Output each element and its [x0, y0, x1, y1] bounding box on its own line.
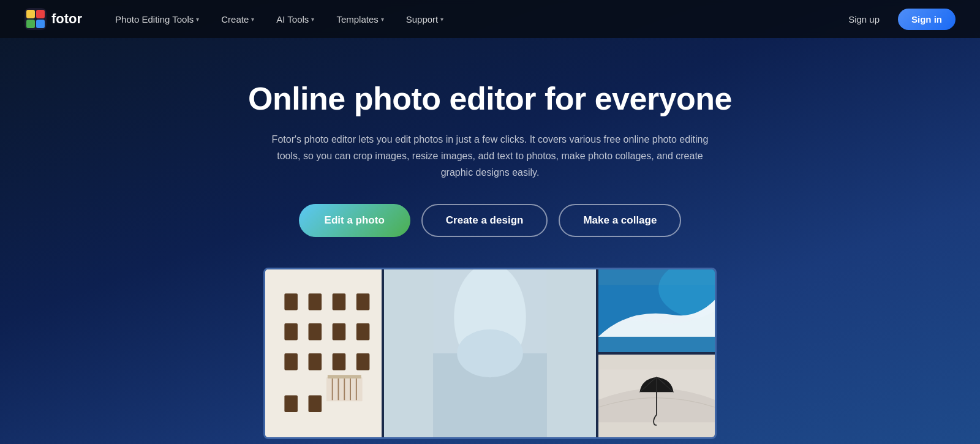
svg-rect-19 [328, 375, 361, 379]
svg-rect-11 [309, 323, 322, 340]
svg-rect-9 [356, 294, 370, 310]
svg-rect-25 [284, 396, 298, 412]
svg-rect-15 [309, 353, 322, 370]
svg-rect-3 [26, 20, 35, 28]
hero-title: Online photo editor for everyone [248, 81, 732, 118]
preview-photo-pool [598, 269, 715, 352]
svg-rect-14 [284, 353, 298, 370]
logo-text: fotor [51, 11, 82, 27]
svg-rect-13 [356, 323, 370, 340]
preview-photo-building [265, 269, 382, 437]
svg-rect-17 [356, 353, 370, 370]
nav-item-support[interactable]: Support ▾ [398, 9, 453, 29]
chevron-down-icon: ▾ [440, 16, 443, 23]
svg-rect-2 [36, 10, 45, 18]
svg-rect-26 [309, 396, 322, 412]
nav-item-create[interactable]: Create ▾ [213, 9, 263, 29]
svg-rect-10 [284, 323, 298, 340]
nav-item-ai-tools[interactable]: AI Tools ▾ [268, 9, 323, 29]
svg-rect-8 [333, 294, 346, 310]
chevron-down-icon: ▾ [251, 16, 254, 23]
svg-rect-1 [26, 10, 35, 18]
svg-rect-4 [36, 20, 45, 28]
preview-collage [263, 268, 717, 439]
create-design-button[interactable]: Create a design [421, 204, 548, 237]
signup-button[interactable]: Sign up [840, 9, 888, 29]
make-collage-button[interactable]: Make a collage [559, 204, 681, 237]
preview-photo-arch [384, 269, 596, 437]
logo[interactable]: fotor [24, 8, 82, 30]
svg-rect-6 [284, 294, 298, 310]
svg-rect-16 [333, 353, 346, 370]
nav-links: Photo Editing Tools ▾ Create ▾ AI Tools … [107, 9, 840, 29]
chevron-down-icon: ▾ [196, 16, 199, 23]
signin-button[interactable]: Sign in [898, 9, 956, 30]
nav-item-photo-editing-tools[interactable]: Photo Editing Tools ▾ [107, 9, 208, 29]
hero-buttons: Edit a photo Create a design Make a coll… [299, 204, 682, 237]
svg-rect-12 [333, 323, 346, 340]
nav-item-templates[interactable]: Templates ▾ [328, 9, 392, 29]
svg-point-32 [457, 329, 523, 377]
hero-subtitle: Fotor's photo editor lets you edit photo… [270, 131, 710, 181]
chevron-down-icon: ▾ [311, 16, 314, 23]
edit-photo-button[interactable]: Edit a photo [299, 204, 410, 237]
nav-right: Sign up Sign in [840, 9, 956, 30]
hero-section: Online photo editor for everyone Fotor's… [0, 38, 980, 439]
svg-rect-7 [309, 294, 322, 310]
logo-icon [24, 8, 47, 30]
navbar: fotor Photo Editing Tools ▾ Create ▾ AI … [0, 0, 980, 38]
preview-photo-umbrella [598, 355, 715, 437]
chevron-down-icon: ▾ [381, 16, 384, 23]
